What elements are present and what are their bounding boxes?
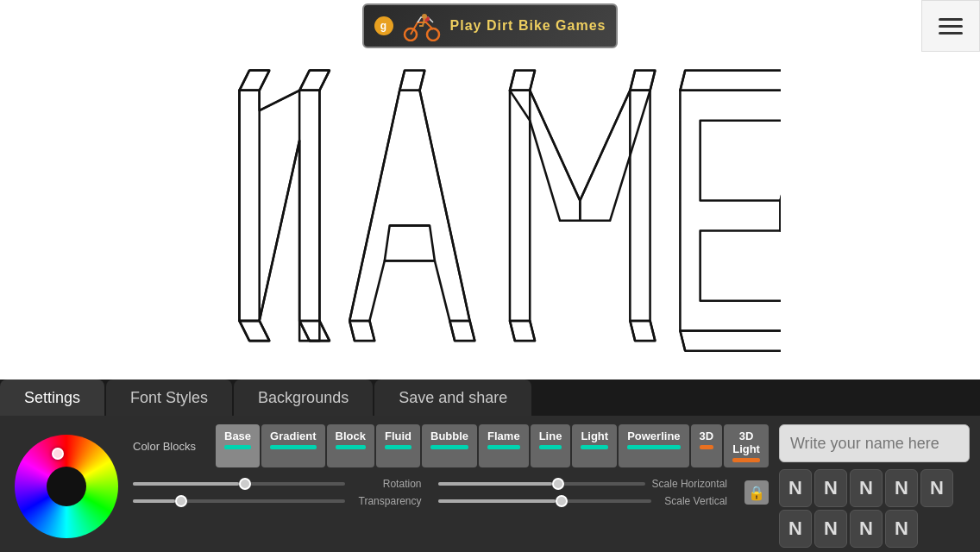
scale-v-fill xyxy=(438,499,556,503)
color-wheel-container xyxy=(10,424,122,548)
svg-marker-14 xyxy=(299,321,330,341)
tab-font-styles[interactable]: Font Styles xyxy=(106,380,232,416)
scale-h-fill xyxy=(438,482,552,486)
right-controls: N N N N N N N N N xyxy=(779,424,970,548)
style-btn-bubble[interactable]: Bubble xyxy=(422,424,477,467)
banner-logo: g xyxy=(374,16,393,35)
style-btn-bar-bubble xyxy=(430,445,468,449)
middle-controls: Color Blocks Base Gradient Block xyxy=(133,424,769,548)
transparency-thumb[interactable] xyxy=(175,495,187,507)
scale-h-thumb[interactable] xyxy=(552,478,564,490)
rotation-track[interactable] xyxy=(133,482,345,486)
svg-marker-40 xyxy=(510,91,530,321)
svg-line-7 xyxy=(260,91,299,110)
scale-v-thumb[interactable] xyxy=(556,495,568,507)
style-btn-3d-light[interactable]: 3D Light xyxy=(724,424,769,467)
color-blocks-row: Color Blocks Base Gradient Block xyxy=(133,424,769,467)
letter-btn-6[interactable]: N xyxy=(814,510,847,548)
svg-marker-57 xyxy=(631,321,656,341)
name-input[interactable] xyxy=(779,424,970,462)
color-wheel[interactable] xyxy=(15,435,118,538)
letter-btn-5[interactable]: N xyxy=(779,510,812,548)
style-buttons: Base Gradient Block Fluid xyxy=(216,424,769,467)
transparency-track[interactable] xyxy=(133,499,345,503)
svg-marker-38 xyxy=(349,321,374,341)
banner-ad[interactable]: g Play Dirt Bike Games xyxy=(362,3,619,48)
svg-marker-58 xyxy=(681,91,781,331)
svg-marker-13 xyxy=(240,321,270,341)
letter-btn-7[interactable]: N xyxy=(850,510,883,548)
svg-marker-45 xyxy=(581,91,650,221)
letter-btn-3[interactable]: N xyxy=(885,469,918,507)
svg-marker-51 xyxy=(631,71,656,91)
sliders-area: Rotation Transparency xyxy=(133,478,769,507)
svg-marker-33 xyxy=(399,71,424,91)
transparency-slider-row: Transparency xyxy=(133,495,421,507)
style-btn-bar-line xyxy=(539,445,562,449)
svg-line-8 xyxy=(260,141,299,321)
letter-btn-0[interactable]: N xyxy=(779,469,812,507)
style-btn-bar-powerline xyxy=(627,445,680,449)
svg-marker-19 xyxy=(240,71,270,91)
banner-text: Play Dirt Bike Games xyxy=(450,18,606,34)
transparency-fill xyxy=(133,499,175,503)
style-btn-base[interactable]: Base xyxy=(216,424,260,467)
svg-marker-39 xyxy=(450,321,475,341)
top-banner: g Play Dirt Bike Games xyxy=(0,0,980,52)
style-btn-3d[interactable]: 3D xyxy=(691,424,723,467)
color-wheel-handle[interactable] xyxy=(52,448,64,460)
style-btn-powerline[interactable]: Powerline xyxy=(619,424,688,467)
left-sliders: Rotation Transparency xyxy=(133,478,421,507)
style-btn-bar-light xyxy=(581,445,608,449)
style-btn-flame[interactable]: Flame xyxy=(479,424,529,467)
svg-marker-50 xyxy=(510,71,535,91)
right-sliders: Scale Horizontal Scale Vertical xyxy=(438,478,726,507)
svg-marker-64 xyxy=(681,331,781,351)
style-btn-bar-base xyxy=(224,445,251,449)
bottom-panel: Settings Font Styles Backgrounds Save an… xyxy=(0,380,980,552)
svg-marker-44 xyxy=(510,91,580,221)
style-btn-block[interactable]: Block xyxy=(327,424,374,467)
letter-btn-4[interactable]: N xyxy=(920,469,953,507)
letter-grid: N N N N N N N N N xyxy=(779,469,970,548)
canvas-area xyxy=(0,52,980,380)
menu-lines-icon xyxy=(939,18,963,34)
letter-btn-1[interactable]: N xyxy=(814,469,847,507)
style-btn-bar-flame xyxy=(487,445,520,449)
transparency-label: Transparency xyxy=(352,495,421,507)
svg-marker-56 xyxy=(510,321,535,341)
svg-line-26 xyxy=(349,91,399,321)
style-btn-light[interactable]: Light xyxy=(572,424,617,467)
tab-settings[interactable]: Settings xyxy=(0,380,104,416)
style-btn-bar-3d xyxy=(700,445,714,449)
letter-btn-8[interactable]: N xyxy=(885,510,918,548)
svg-point-1 xyxy=(427,28,439,41)
style-btn-bar-3d-light xyxy=(732,458,760,462)
svg-marker-5 xyxy=(240,91,260,321)
svg-marker-61 xyxy=(681,71,781,91)
svg-point-3 xyxy=(422,14,427,19)
style-btn-fluid[interactable]: Fluid xyxy=(376,424,420,467)
tab-backgrounds[interactable]: Backgrounds xyxy=(234,380,373,416)
style-btn-line[interactable]: Line xyxy=(531,424,571,467)
color-blocks-label: Color Blocks xyxy=(133,440,210,453)
scale-h-slider-row: Scale Horizontal xyxy=(438,478,726,490)
content-area: Color Blocks Base Gradient Block xyxy=(0,416,980,552)
svg-marker-6 xyxy=(299,91,319,321)
menu-button[interactable] xyxy=(921,0,980,52)
lock-button[interactable]: 🔒 xyxy=(744,480,769,505)
svg-marker-30 xyxy=(385,226,435,261)
rotation-thumb[interactable] xyxy=(239,478,251,490)
graffiti-canvas xyxy=(199,60,781,371)
scale-h-track[interactable] xyxy=(438,482,644,486)
rotation-slider-row: Rotation xyxy=(133,478,421,490)
rotation-label: Rotation xyxy=(352,478,421,490)
style-btn-bar-block xyxy=(336,445,366,449)
svg-marker-4 xyxy=(240,91,320,341)
letter-btn-2[interactable]: N xyxy=(850,469,883,507)
tab-save-share[interactable]: Save and share xyxy=(374,380,531,416)
scale-h-label: Scale Horizontal xyxy=(652,478,727,490)
style-btn-gradient[interactable]: Gradient xyxy=(261,424,324,467)
scale-v-track[interactable] xyxy=(438,499,650,503)
svg-marker-25 xyxy=(349,91,469,321)
